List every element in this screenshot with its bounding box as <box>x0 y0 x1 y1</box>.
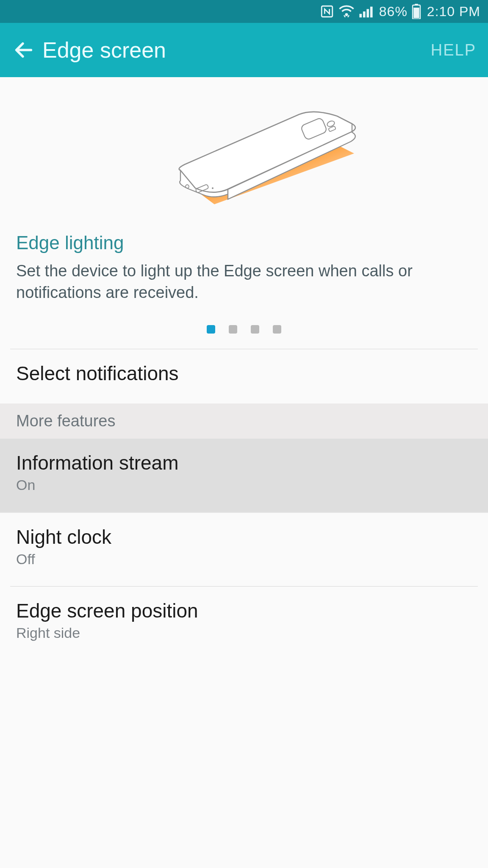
svg-rect-3 <box>363 11 366 17</box>
svg-rect-8 <box>413 8 419 18</box>
status-time: 2:10 PM <box>427 4 480 19</box>
pager-dot-2[interactable] <box>229 325 237 334</box>
svg-rect-7 <box>415 4 418 6</box>
carousel-pager[interactable] <box>0 321 488 349</box>
status-bar: 86% 2:10 PM <box>0 0 488 23</box>
wifi-icon <box>338 5 355 18</box>
select-notifications-item[interactable]: Select notifications <box>0 349 488 403</box>
battery-percent: 86% <box>379 4 408 19</box>
carousel-title: Edge lighting <box>16 232 472 253</box>
svg-point-14 <box>212 187 214 189</box>
back-arrow-icon <box>13 39 35 61</box>
night-clock-title: Night clock <box>16 526 472 548</box>
feature-carousel[interactable]: Edge lighting Set the device to light up… <box>0 77 488 349</box>
information-stream-title: Information stream <box>16 451 472 474</box>
svg-rect-4 <box>366 9 369 17</box>
night-clock-status: Off <box>16 551 472 568</box>
svg-rect-2 <box>359 14 362 18</box>
signal-icon <box>359 5 373 18</box>
nfc-icon <box>320 4 334 19</box>
edge-lighting-illustration <box>0 94 488 221</box>
select-notifications-label: Select notifications <box>16 362 472 385</box>
carousel-description: Set the device to light up the Edge scre… <box>16 260 472 304</box>
help-button[interactable]: HELP <box>431 41 476 59</box>
pager-dot-4[interactable] <box>273 325 281 334</box>
edge-screen-position-value: Right side <box>16 625 472 641</box>
svg-rect-5 <box>370 7 373 17</box>
edge-screen-position-title: Edge screen position <box>16 599 472 622</box>
page-title: Edge screen <box>42 37 431 63</box>
svg-point-1 <box>345 13 348 16</box>
pager-dot-3[interactable] <box>251 325 259 334</box>
back-button[interactable] <box>12 38 36 62</box>
night-clock-item[interactable]: Night clock Off <box>0 513 488 586</box>
battery-icon <box>412 4 421 19</box>
section-header-more-features: More features <box>0 403 488 439</box>
edge-screen-position-item[interactable]: Edge screen position Right side <box>0 587 488 660</box>
app-bar: Edge screen HELP <box>0 23 488 77</box>
information-stream-item[interactable]: Information stream On <box>0 439 488 512</box>
pager-dot-1[interactable] <box>207 325 215 334</box>
information-stream-status: On <box>16 477 472 493</box>
